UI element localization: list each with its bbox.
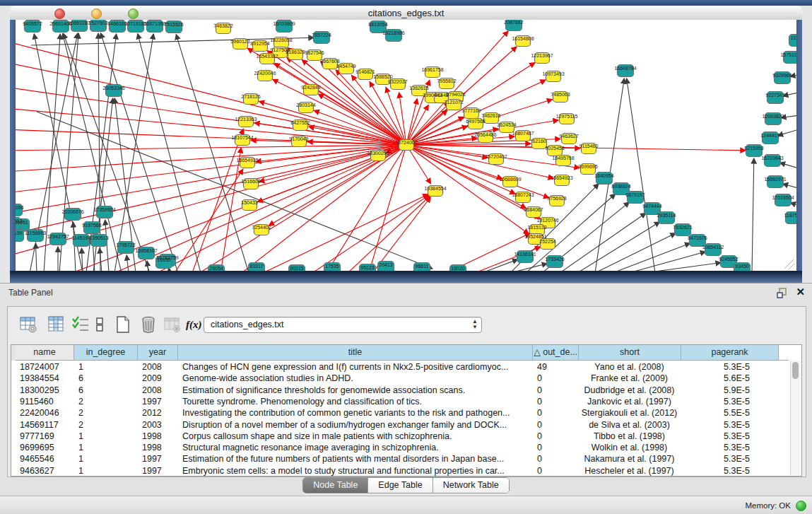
- memory-ok-indicator: [796, 501, 806, 511]
- graph-node-label: 16210643: [761, 156, 783, 160]
- table-cell: 18724007: [16, 361, 77, 373]
- graph-node-label: 19384554: [424, 186, 446, 191]
- table-cell: 9465546: [16, 453, 77, 465]
- graph-node-label: 7857224: [312, 33, 331, 37]
- table-cell: Hescheler et al. (1997): [579, 465, 680, 477]
- graph-node-label: 8813054: [368, 22, 387, 27]
- new-document-icon[interactable]: [114, 315, 132, 334]
- graph-node-label: 5960123: [230, 39, 249, 44]
- table-row[interactable]: 946554611997Estimation of the future num…: [11, 453, 789, 465]
- window-frame-right: [796, 20, 802, 271]
- table-cell: Genome-wide association studies in ADHD.: [178, 373, 536, 384]
- graph-node-label: 7515526: [164, 22, 183, 27]
- table-cell: 2008: [138, 361, 181, 373]
- graph-node-label: 10653287: [68, 21, 90, 25]
- graph-node-label: 6879197: [625, 192, 645, 197]
- table-cell: 0: [533, 385, 582, 396]
- table-settings-icon[interactable]: [19, 315, 37, 334]
- column-header-out_de[interactable]: △ out_de...: [533, 345, 579, 361]
- table-row[interactable]: 1938455462009Genome-wide association stu…: [11, 373, 789, 384]
- table-row[interactable]: 1456911722003Disruption of a novel membe…: [11, 419, 789, 431]
- table-row[interactable]: 911546021997Tourette syndrome. Phenomeno…: [11, 396, 789, 407]
- graph-node-label: 19218986: [382, 30, 404, 35]
- scrollbar-thumb[interactable]: [792, 362, 799, 379]
- graph-node-label: 19120746: [536, 218, 558, 223]
- graph-node-label: 16961758: [421, 67, 443, 72]
- table-cell: Investigating the contribution of common…: [178, 407, 536, 419]
- table-cell: 0: [533, 419, 582, 431]
- network-view-window: citations_edges.txt 94055722069140610653…: [10, 6, 802, 283]
- graph-node-label: 9329966: [772, 73, 792, 78]
- column-header-pagerank[interactable]: pagerank: [681, 345, 779, 361]
- network-canvas[interactable]: 9405572206914061065328715276026466160107…: [16, 20, 796, 271]
- table-cell: 2003: [138, 419, 181, 431]
- graph-node-label: 6794028: [446, 92, 465, 97]
- table-row[interactable]: 977716911998Corpus callosum shape and si…: [11, 431, 789, 442]
- table-selector-dropdown[interactable]: citations_edges.txt ▲▼: [204, 317, 482, 333]
- graph-node-label: 8471676: [688, 235, 707, 240]
- tab-edge-table[interactable]: Edge Table: [368, 478, 433, 493]
- graph-node-label: 7254402: [252, 225, 271, 230]
- table-cell: 9699695: [16, 442, 77, 453]
- network-window-titlebar[interactable]: citations_edges.txt: [10, 6, 802, 21]
- row-layout-icon[interactable]: [91, 315, 110, 334]
- graph-node-label: 20206576: [61, 209, 83, 214]
- graph-node-label: 9756928: [547, 196, 566, 201]
- table-cell: Yano et al. (2008): [579, 361, 680, 373]
- column-header-title[interactable]: title: [178, 345, 533, 361]
- graph-node-label: 20413: [379, 262, 393, 267]
- graph-node-label: 11123: [791, 35, 796, 40]
- graph-node-label: 18226058: [270, 37, 292, 42]
- graph-node-label: 17359924: [93, 207, 115, 212]
- float-panel-icon[interactable]: [777, 287, 788, 298]
- graph-node-label: 1590513: [16, 218, 23, 223]
- graph-node-label: 9463627: [559, 134, 578, 139]
- column-header-name[interactable]: name: [16, 345, 74, 361]
- show-columns-icon[interactable]: [47, 315, 66, 334]
- table-row[interactable]: 1830029562008Estimation of significance …: [11, 385, 789, 396]
- memory-status-label: Memory: OK: [745, 501, 791, 510]
- table-cell: 0: [533, 465, 582, 477]
- function-builder-icon[interactable]: f(x): [186, 315, 204, 334]
- table-cell: 2: [74, 396, 141, 407]
- graph-node-label: 18724007: [395, 140, 417, 145]
- graph-node-label: 9227343: [765, 93, 784, 98]
- graph-node-label: 150433: [241, 200, 257, 205]
- graph-node-label: 9405572: [23, 21, 42, 26]
- graph-node-label: 13958167: [135, 248, 157, 253]
- column-header-short[interactable]: short: [579, 345, 681, 361]
- delete-table-icon[interactable]: [139, 315, 158, 334]
- table-cell: 2: [74, 419, 141, 431]
- table-panel: Table Panel ✕: [0, 283, 812, 514]
- column-header-year[interactable]: year: [138, 345, 178, 361]
- tab-network-table[interactable]: Network Table: [433, 478, 509, 493]
- graph-node-label: 252254: [539, 239, 555, 244]
- select-columns-icon[interactable]: [71, 315, 90, 334]
- column-header-filler: [779, 345, 789, 361]
- close-panel-icon[interactable]: ✕: [796, 286, 805, 298]
- tab-node-table[interactable]: Node Table: [303, 478, 368, 493]
- table-toolbar: f(x) citations_edges.txt ▲▼: [8, 307, 806, 341]
- table-row[interactable]: 1872400712008Changes of HCN gene express…: [11, 361, 789, 373]
- table-row[interactable]: 969969511998Structural magnetic resonanc…: [11, 442, 789, 453]
- import-table-disabled-icon: [163, 315, 182, 334]
- table-row[interactable]: 2242004622012Investigating the contribut…: [11, 407, 789, 419]
- table-cell: 0: [533, 442, 582, 453]
- cytoscape-app: { "window": { "title": "citations_edges.…: [0, 0, 812, 514]
- table-row[interactable]: 946362711997Embryonic stem cells: a mode…: [11, 465, 789, 477]
- graph-node-label: 1362615: [409, 86, 428, 90]
- column-header-in_degree[interactable]: in_degree: [74, 345, 138, 361]
- table-cell: 0: [533, 407, 582, 419]
- graph-node-label: 1516608: [241, 179, 260, 184]
- node-table[interactable]: namein_degreeyeartitle△ out_de...shortpa…: [11, 344, 802, 477]
- table-cell: Tibbo et al. (1998): [579, 431, 680, 442]
- table-cell: 18300295: [16, 385, 77, 396]
- graph-node-label: 10973493: [542, 71, 564, 76]
- graph-node-label: 16154808: [512, 36, 534, 41]
- vertical-scrollbar[interactable]: [790, 361, 801, 475]
- network-canvas-svg[interactable]: 9405572206914061065328715276026466160107…: [16, 20, 796, 271]
- graph-node-label: 10654112: [702, 245, 724, 250]
- graph-node-label: 1187536: [784, 213, 796, 218]
- table-cell: 9777169: [16, 431, 77, 442]
- table-cell: Jankovic et al. (1997): [579, 396, 680, 407]
